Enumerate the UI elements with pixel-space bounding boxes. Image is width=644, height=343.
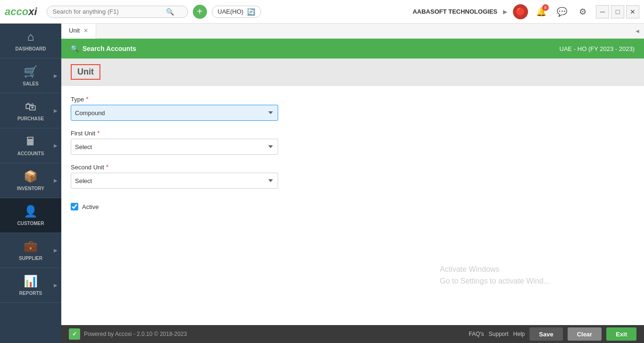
faq-link[interactable]: FAQ's <box>469 331 484 337</box>
type-label: Type * <box>71 95 635 103</box>
second-unit-required: * <box>106 163 108 171</box>
expand-icon[interactable]: ▶ <box>503 8 507 15</box>
messages-button[interactable]: 💬 <box>554 4 570 19</box>
active-checkbox[interactable] <box>71 203 78 210</box>
customer-icon: 👤 <box>24 205 38 218</box>
support-link[interactable]: Support <box>489 331 509 337</box>
first-unit-group: First Unit * Select <box>71 129 635 155</box>
sidebar-label-reports: REPORTS <box>19 291 42 296</box>
footer: ✓ Powered by Accoxi - 2.0.10 © 2018-2023… <box>61 325 644 343</box>
type-select[interactable]: Compound Simple <box>71 105 278 121</box>
sidebar-label-accounts: ACCOUNTS <box>17 151 44 156</box>
form-body: Type * Compound Simple First Unit * <box>61 86 644 220</box>
content-area: Unit ✕ ◄ 🔍 Search Accounts UAE - HO (FY … <box>61 24 644 343</box>
second-unit-select[interactable]: Select <box>71 173 278 189</box>
sidebar-label-sales: SALES <box>23 81 38 86</box>
add-button[interactable]: + <box>193 5 207 19</box>
form-title: Unit <box>71 64 100 80</box>
sidebar-item-inventory[interactable]: 📦 INVENTORY ▶ <box>0 163 61 198</box>
tab-unit[interactable]: Unit ✕ <box>61 24 96 39</box>
sidebar-item-reports[interactable]: 📊 REPORTS ▶ <box>0 268 61 303</box>
footer-right: FAQ's Support Help Save Clear Exit <box>469 327 636 341</box>
company-selector[interactable]: UAE(HO) 🔄 <box>212 6 262 18</box>
notifications-button[interactable]: 🔔 8 <box>534 4 549 19</box>
sales-icon: 🛒 <box>24 65 38 78</box>
reports-arrow: ▶ <box>54 283 58 288</box>
inventory-arrow: ▶ <box>54 178 58 183</box>
refresh-icon: 🔄 <box>247 8 255 16</box>
page-content: Unit Type * Compound Simple <box>61 59 644 325</box>
main-layout: ⌂ DASHBOARD 🛒 SALES ▶ 🛍 PURCHASE ▶ 🖩 ACC… <box>0 24 644 343</box>
sidebar-label-supplier: SUPPLIER <box>19 256 42 261</box>
footer-powered-by: Powered by Accoxi - 2.0.10 © 2018-2023 <box>84 331 187 337</box>
second-unit-label: Second Unit * <box>71 163 635 171</box>
inventory-icon: 📦 <box>24 170 38 183</box>
sidebar-item-purchase[interactable]: 🛍 PURCHASE ▶ <box>0 93 61 128</box>
purchase-icon: 🛍 <box>25 100 36 113</box>
tab-bar-right: ◄ <box>635 28 644 34</box>
top-navigation: accoxi 🔍 + UAE(HO) 🔄 AABASOFT TECHNOLOGI… <box>0 0 644 24</box>
sidebar: ⌂ DASHBOARD 🛒 SALES ▶ 🛍 PURCHASE ▶ 🖩 ACC… <box>0 24 61 343</box>
search-accounts-label[interactable]: 🔍 Search Accounts <box>71 45 136 52</box>
save-button[interactable]: Save <box>529 327 562 341</box>
maximize-button[interactable]: □ <box>611 5 624 18</box>
settings-button[interactable]: ⚙ <box>575 4 590 19</box>
search-icon: 🔍 <box>166 8 174 16</box>
company-code: UAE(HO) <box>218 8 244 15</box>
footer-logo: ✓ Powered by Accoxi - 2.0.10 © 2018-2023 <box>69 328 187 340</box>
app-logo: accoxi <box>5 6 37 18</box>
first-unit-label: First Unit * <box>71 129 635 137</box>
active-group: Active <box>71 203 635 210</box>
topnav-right: AABASOFT TECHNOLOGIES ▶ 🔴 🔔 8 💬 ⚙ ─ □ ✕ <box>413 4 639 19</box>
help-link[interactable]: Help <box>513 331 525 337</box>
second-unit-group: Second Unit * Select <box>71 163 635 189</box>
avatar[interactable]: 🔴 <box>513 4 528 19</box>
first-unit-select[interactable]: Select <box>71 139 278 155</box>
search-bar[interactable]: 🔍 <box>47 6 188 18</box>
tab-bar: Unit ✕ ◄ <box>61 24 644 39</box>
activate-watermark: Activate Windows Go to Settings to activ… <box>440 263 550 287</box>
footer-logo-icon: ✓ <box>69 328 80 340</box>
search-accounts-text: Search Accounts <box>83 45 136 52</box>
sidebar-item-accounts[interactable]: 🖩 ACCOUNTS ▶ <box>0 128 61 163</box>
type-group: Type * Compound Simple <box>71 95 635 121</box>
minimize-button[interactable]: ─ <box>596 5 609 18</box>
sidebar-label-purchase: PURCHASE <box>17 116 44 121</box>
reports-icon: 📊 <box>24 275 38 288</box>
supplier-arrow: ▶ <box>54 248 58 253</box>
sidebar-label-dashboard: DASHBOARD <box>16 46 46 51</box>
sidebar-item-customer[interactable]: 👤 CUSTOMER <box>0 198 61 233</box>
notification-badge: 8 <box>542 4 549 11</box>
search-accounts-icon: 🔍 <box>71 45 79 52</box>
sidebar-label-inventory: INVENTORY <box>17 186 44 191</box>
accounts-arrow: ▶ <box>54 143 58 148</box>
exit-button[interactable]: Exit <box>606 327 636 341</box>
sidebar-item-dashboard[interactable]: ⌂ DASHBOARD <box>0 24 61 59</box>
supplier-icon: 💼 <box>24 240 38 253</box>
sales-arrow: ▶ <box>54 73 58 78</box>
company-name: AABASOFT TECHNOLOGIES <box>413 8 497 15</box>
accounts-icon: 🖩 <box>25 135 36 148</box>
active-label[interactable]: Active <box>82 203 99 210</box>
close-button[interactable]: ✕ <box>626 5 639 18</box>
purchase-arrow: ▶ <box>54 108 58 113</box>
pin-icon[interactable]: ◄ <box>635 28 640 34</box>
form-title-bar: Unit <box>61 59 644 86</box>
window-controls: ─ □ ✕ <box>596 5 639 18</box>
search-input[interactable] <box>53 8 166 15</box>
clear-button[interactable]: Clear <box>568 327 602 341</box>
sidebar-label-customer: CUSTOMER <box>17 221 44 226</box>
dashboard-icon: ⌂ <box>27 30 34 43</box>
page-header: 🔍 Search Accounts UAE - HO (FY 2023 - 20… <box>61 39 644 59</box>
first-unit-required: * <box>97 129 99 137</box>
sidebar-item-sales[interactable]: 🛒 SALES ▶ <box>0 59 61 93</box>
period-label: UAE - HO (FY 2023 - 2023) <box>560 45 635 52</box>
tab-label: Unit <box>69 27 80 34</box>
sidebar-item-supplier[interactable]: 💼 SUPPLIER ▶ <box>0 233 61 268</box>
tab-close-icon[interactable]: ✕ <box>83 27 88 34</box>
type-required: * <box>86 95 88 103</box>
